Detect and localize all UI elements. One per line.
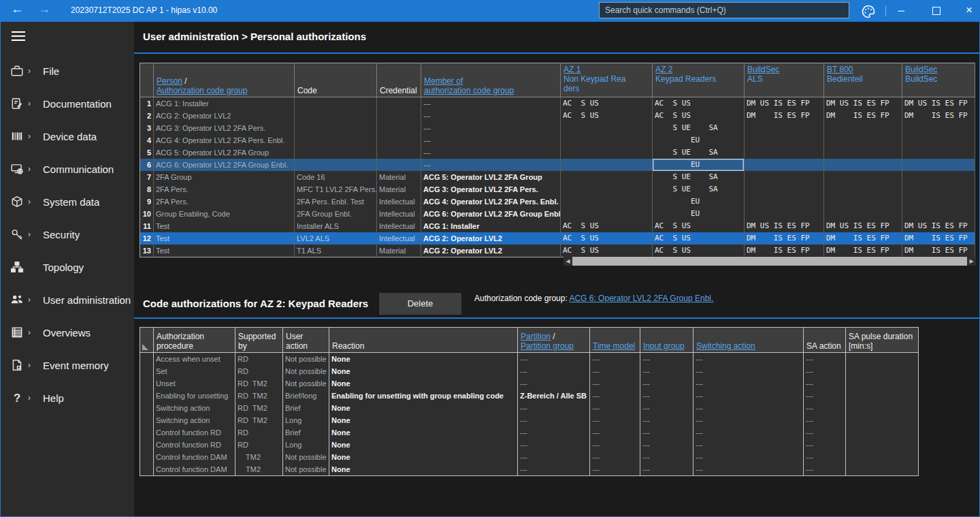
authorization-cell-bt800[interactable]: [824, 171, 902, 183]
minimize-button[interactable]: ─: [893, 3, 909, 19]
authorization-cell-az1[interactable]: AC S US: [561, 232, 653, 245]
authorization-cell-az2[interactable]: AC S US: [653, 110, 745, 122]
authorization-cell-bt800[interactable]: DM IS ES FP: [824, 110, 902, 122]
maximize-button[interactable]: [928, 3, 945, 19]
table-row[interactable]: 72FA GroupCode 16MaterialACG 5: Operator…: [140, 171, 975, 183]
table-row[interactable]: 5ACG 5: Operator LVL2 2FA Group--- S UE …: [140, 146, 975, 159]
scroll-right-icon[interactable]: ▶: [967, 257, 976, 266]
table-row[interactable]: Control function DAM TM2Not possibleNone…: [140, 463, 919, 476]
authorization-cell-buildsec-buildsec[interactable]: [902, 122, 975, 134]
sidebar-item-file[interactable]: ›File: [1, 54, 134, 87]
table-row[interactable]: 10Group Enabling, Code2FA Group Enbl.Int…: [140, 208, 975, 220]
table-row[interactable]: Control function RDRDLongNone-----------…: [140, 439, 919, 451]
table-row[interactable]: 11TestInstaller ALSIntellectualACG 1: In…: [140, 220, 975, 232]
authorization-cell-bt800[interactable]: DM IS ES FP: [824, 232, 902, 245]
horizontal-scrollbar[interactable]: ◀ ▶: [564, 257, 976, 266]
partition-group-column-link[interactable]: Partition group: [521, 341, 574, 351]
authorization-cell-bt800[interactable]: [824, 159, 902, 171]
table-row[interactable]: 6ACG 6: Operator LVL2 2FA Group Enbl.---…: [140, 159, 975, 171]
az-column-link-az-2-keypad-readers[interactable]: AZ 2Keypad Readers: [655, 65, 716, 84]
authorization-cell-buildsec-als[interactable]: [745, 134, 824, 146]
authorization-cell-buildsec-buildsec[interactable]: DM IS ES FP: [902, 245, 975, 257]
person-column-link[interactable]: Person: [157, 76, 182, 86]
authorization-cell-az2[interactable]: EU: [653, 195, 745, 208]
authorization-cell-az2[interactable]: AC S US: [653, 220, 745, 232]
delete-button[interactable]: Delete: [379, 293, 461, 315]
sort-indicator-icon[interactable]: [142, 344, 148, 350]
az-column-link-buildsec-buildsec[interactable]: BuildSecBuildSec: [905, 65, 937, 84]
authorization-cell-az1[interactable]: [561, 159, 653, 171]
authorization-cell-buildsec-buildsec[interactable]: [902, 171, 975, 183]
sidebar-item-overviews[interactable]: ›Overviews: [1, 316, 134, 349]
authorization-cell-buildsec-als[interactable]: [745, 183, 824, 195]
authorization-cell-bt800[interactable]: [824, 122, 902, 134]
sidebar-item-event-memory[interactable]: ›Event memory: [1, 349, 134, 381]
input-group-column-link[interactable]: Input group: [643, 341, 685, 351]
sidebar-item-documentation[interactable]: ›Documentation: [1, 87, 134, 120]
palette-icon[interactable]: [860, 3, 877, 20]
table-row[interactable]: Control function RDRDBriefNone----------…: [140, 426, 919, 439]
authorization-cell-buildsec-als[interactable]: [745, 171, 824, 183]
authorization-cell-az1[interactable]: AC S US: [561, 110, 653, 122]
authorization-cell-az1[interactable]: AC S US: [561, 97, 653, 110]
authorization-cell-bt800[interactable]: [824, 195, 902, 208]
close-button[interactable]: ×: [961, 1, 977, 19]
authorization-cell-buildsec-buildsec[interactable]: [902, 183, 975, 195]
sidebar-item-security[interactable]: ›Security: [1, 218, 134, 251]
az-column-link-bt-800-bedienteil[interactable]: BT 800Bedienteil: [827, 65, 863, 84]
table-row[interactable]: Switching actionRD TM2BriefNone---------…: [140, 402, 919, 414]
menu-button[interactable]: [12, 31, 25, 42]
authorization-cell-buildsec-als[interactable]: [745, 146, 824, 159]
table-row[interactable]: 3ACG 3: Operator LVL2 2FA Pers.--- S UE …: [140, 122, 975, 134]
authorization-cell-az2[interactable]: S UE SA: [653, 146, 745, 159]
table-row[interactable]: 1ACG 1: Installer---AC S USAC S USDM US …: [140, 97, 975, 110]
authorization-cell-buildsec-buildsec[interactable]: [902, 159, 975, 171]
authorization-cell-az2[interactable]: AC S US: [653, 245, 745, 257]
authorization-cell-az2[interactable]: AC S US: [653, 232, 745, 245]
authorization-cell-az1[interactable]: [561, 146, 653, 159]
authorization-cell-buildsec-als[interactable]: DM IS ES FP: [745, 110, 824, 122]
table-row[interactable]: SetRDNot possibleNone---------------: [140, 365, 919, 377]
table-row[interactable]: UnsetRD TM2Not possibleNone-------------…: [140, 377, 919, 390]
authorization-cell-az2[interactable]: EU: [653, 208, 745, 220]
authorization-cell-bt800[interactable]: [824, 208, 902, 220]
authorization-cell-bt800[interactable]: [824, 183, 902, 195]
authorization-cell-bt800[interactable]: DM US IS ES FP: [824, 220, 902, 232]
table-row[interactable]: 82FA Pers.MFC T1 LVL2 2FA Pers.MaterialA…: [140, 183, 975, 195]
sidebar-item-topology[interactable]: Topology: [1, 251, 134, 283]
authorization-cell-buildsec-buildsec[interactable]: [902, 134, 975, 146]
authorization-cell-az1[interactable]: [561, 208, 653, 220]
forward-icon[interactable]: →: [38, 2, 50, 16]
authorization-cell-buildsec-als[interactable]: DM US IS ES FP: [745, 97, 824, 110]
back-icon[interactable]: ←: [11, 2, 23, 16]
authorization-cell-az1[interactable]: [561, 183, 653, 195]
authorization-cell-bt800[interactable]: DM US IS ES FP: [824, 97, 902, 110]
authorization-cell-buildsec-als[interactable]: DM IS ES FP: [745, 232, 824, 245]
authorization-cell-az1[interactable]: [561, 195, 653, 208]
partition-column-link[interactable]: Partition: [521, 332, 551, 341]
sidebar-item-device-data[interactable]: ›Device data: [1, 120, 134, 153]
authorization-cell-az1[interactable]: [561, 134, 653, 146]
az-column-link-az-1-non-keypad-readers[interactable]: AZ 1Non Keypad Readers: [564, 65, 630, 84]
scrollbar-thumb[interactable]: [572, 257, 967, 266]
time-model-column-link[interactable]: Time model: [593, 341, 635, 351]
table-row[interactable]: 4ACG 4: Operator LVL2 2FA Pers. Enbl.---…: [140, 134, 975, 146]
table-row[interactable]: Control function DAM TM2Not possibleNone…: [140, 451, 919, 463]
authorization-cell-buildsec-buildsec[interactable]: DM IS ES FP: [902, 110, 975, 122]
authorization-cell-az2[interactable]: EU: [653, 159, 745, 171]
table-row[interactable]: 12TestLVL2 ALSIntellectualACG 2: Operato…: [140, 232, 975, 245]
authorization-cell-buildsec-als[interactable]: DM IS ES FP: [745, 245, 824, 257]
acg-column-link[interactable]: Authorization code group: [157, 86, 247, 95]
table-row[interactable]: Switching actionRD TM2LongNone----------…: [140, 414, 919, 426]
member-of-column-link[interactable]: Member ofauthorization code group: [424, 76, 514, 95]
sidebar-item-user-administration[interactable]: ›User administration: [1, 283, 134, 316]
authorization-cell-buildsec-buildsec[interactable]: DM US IS ES FP: [902, 97, 975, 110]
authorization-cell-bt800[interactable]: [824, 134, 902, 146]
authorization-cell-buildsec-als[interactable]: [745, 159, 824, 171]
authorization-cell-bt800[interactable]: DM IS ES FP: [824, 245, 902, 257]
table-row[interactable]: 92FA Pers.2FA Pers. Enbl. TestIntellectu…: [140, 195, 975, 208]
authorization-cell-buildsec-buildsec[interactable]: [902, 208, 975, 220]
search-input[interactable]: [599, 2, 849, 18]
authorization-cell-buildsec-als[interactable]: [745, 122, 824, 134]
authorization-cell-az1[interactable]: AC S US: [561, 220, 653, 232]
